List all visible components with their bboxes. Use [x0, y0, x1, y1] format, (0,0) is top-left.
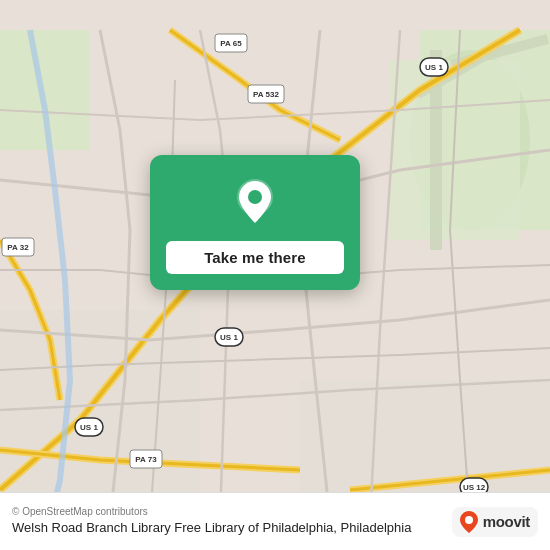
action-card: Take me there	[150, 155, 360, 290]
svg-text:US 1: US 1	[80, 423, 98, 432]
moovit-pin-icon	[460, 511, 478, 533]
take-me-there-button[interactable]: Take me there	[166, 241, 344, 274]
svg-text:US 1: US 1	[425, 63, 443, 72]
svg-text:PA 32: PA 32	[7, 243, 29, 252]
svg-text:US 12: US 12	[463, 483, 486, 492]
moovit-brand-text: moovit	[483, 513, 530, 530]
place-name: Welsh Road Branch Library Free Library o…	[12, 520, 442, 537]
svg-text:PA 73: PA 73	[135, 455, 157, 464]
svg-text:US 1: US 1	[220, 333, 238, 342]
location-pin-icon	[229, 177, 281, 229]
svg-point-29	[248, 190, 262, 204]
bottom-bar: © OpenStreetMap contributors Welsh Road …	[0, 492, 550, 550]
copyright-text: © OpenStreetMap contributors	[12, 506, 442, 517]
svg-rect-8	[0, 310, 200, 520]
svg-text:PA 65: PA 65	[220, 39, 242, 48]
map-container: PA 65 PA 532 US 1 US 1 US 1 US 1 PA 32 P…	[0, 0, 550, 550]
bottom-info: © OpenStreetMap contributors Welsh Road …	[12, 506, 442, 537]
moovit-logo: moovit	[452, 507, 538, 537]
svg-point-30	[465, 516, 473, 524]
svg-text:PA 532: PA 532	[253, 90, 279, 99]
